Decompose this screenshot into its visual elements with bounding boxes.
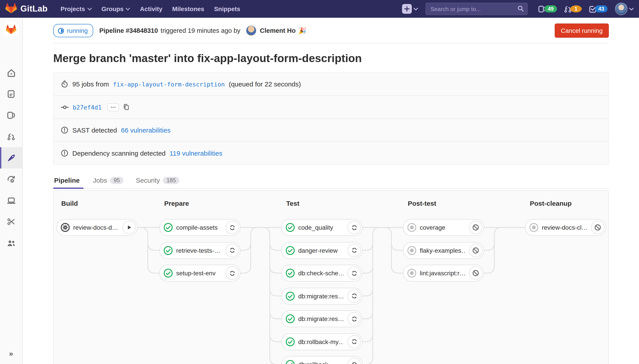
tanuki-logo-icon: [5, 2, 17, 15]
retry-job-button[interactable]: [348, 289, 361, 302]
nav-item-groups[interactable]: Groups: [97, 0, 135, 18]
main-menu: ProjectsGroupsActivityMilestonesSnippets: [56, 0, 245, 18]
sidebar-item-issues[interactable]: [0, 105, 22, 126]
tab-security[interactable]: Security185: [130, 172, 185, 188]
copy-commit-button[interactable]: [123, 104, 130, 110]
retry-job-button[interactable]: [225, 221, 239, 234]
retry-job-button[interactable]: [348, 266, 361, 280]
job-pill[interactable]: db:rollback…: [281, 356, 363, 364]
retry-job-button[interactable]: [348, 312, 361, 326]
expand-commit-button[interactable]: [107, 103, 119, 111]
tab-label: Jobs: [93, 176, 107, 184]
file-icon: [7, 90, 16, 98]
job-pill[interactable]: danger-review: [281, 242, 363, 259]
job-pill[interactable]: db:migrate:res…: [281, 288, 363, 304]
cancel-running-button[interactable]: Cancel running: [555, 24, 609, 38]
job-pill[interactable]: db:rollback-my…: [281, 333, 363, 350]
pipeline-id: Pipeline #34848310: [99, 27, 158, 34]
sast-vulnerabilities-link[interactable]: 66 vulnerabilities: [121, 126, 170, 134]
sidebar-item-members[interactable]: [0, 232, 22, 254]
dependency-vulnerabilities-link[interactable]: 119 vulnerabilities: [170, 150, 222, 157]
tab-label: Pipeline: [54, 176, 80, 184]
search-input[interactable]: [426, 6, 527, 12]
tab-label: Security: [136, 176, 160, 184]
nav-item-projects[interactable]: Projects: [56, 0, 97, 18]
play-job-button[interactable]: [123, 221, 136, 234]
commit-sha-link[interactable]: b27ef4d1: [73, 104, 102, 110]
job-pill[interactable]: coverage: [403, 219, 484, 236]
cancel-job-button[interactable]: [469, 221, 482, 234]
retry-job-button[interactable]: [225, 266, 239, 280]
queued-text: (queued for 22 seconds): [229, 80, 301, 88]
user-avatar: [615, 3, 627, 15]
new-menu-button[interactable]: [402, 4, 418, 14]
user-menu[interactable]: [615, 3, 634, 15]
alert-circle-icon: [61, 126, 68, 134]
gitlab-home-link[interactable]: GitLab: [5, 2, 48, 15]
status-success-icon: [285, 337, 295, 346]
status-created-icon: [529, 222, 539, 232]
commit-icon: [61, 103, 69, 111]
retry-job-button[interactable]: [225, 244, 239, 257]
page-title: Merge branch 'master' into fix-app-layou…: [53, 52, 609, 65]
sidebar-collapse-button[interactable]: »: [0, 347, 22, 360]
sast-info-row: SAST detected 66 vulnerabilities: [54, 118, 608, 142]
tab-jobs[interactable]: Jobs95: [87, 172, 130, 188]
todos-counter[interactable]: 43: [588, 5, 607, 13]
search-box: [426, 3, 528, 15]
chevron-down-icon: [87, 7, 92, 10]
cancel-job-button[interactable]: [469, 244, 482, 257]
users-icon: [7, 238, 16, 248]
merge-requests-counter[interactable]: 1: [563, 5, 582, 13]
dependency-text: Dependency scanning detected: [72, 150, 166, 157]
author-name[interactable]: Clement Ho: [260, 27, 295, 34]
job-pill[interactable]: code_quality: [281, 219, 363, 236]
project-avatar[interactable]: [3, 21, 19, 37]
retry-job-button[interactable]: [348, 358, 361, 364]
status-success-icon: [285, 246, 295, 255]
sidebar-item-monitoring[interactable]: [0, 190, 22, 211]
tab-count-badge: 185: [163, 177, 179, 184]
pipeline-graph: Buildreview-docs-d…Preparecompile-assets…: [53, 190, 609, 364]
job-label: db:check-sche…: [298, 270, 344, 277]
pipeline-status-badge[interactable]: running: [53, 24, 93, 37]
job-pill[interactable]: lint:javascript:r…: [403, 265, 484, 282]
status-success-icon: [285, 268, 295, 278]
job-pill[interactable]: setup-test-env: [159, 265, 240, 282]
branch-link[interactable]: fix-app-layout-form-description: [113, 80, 225, 88]
sidebar-item-snippets[interactable]: [0, 211, 22, 232]
job-pill[interactable]: db:check-sche…: [281, 265, 363, 282]
retry-icon: [351, 338, 358, 345]
retry-job-button[interactable]: [348, 221, 361, 234]
tab-pipeline[interactable]: Pipeline: [53, 172, 87, 188]
nav-item-activity[interactable]: Activity: [135, 0, 167, 18]
job-pill[interactable]: review-docs-cl…: [525, 219, 606, 236]
sidebar-item-repository[interactable]: [0, 83, 22, 105]
status-success-icon: [163, 246, 173, 255]
cancel-job-button[interactable]: [469, 266, 482, 280]
job-pill[interactable]: retrieve-tests-…: [159, 242, 240, 259]
merge-request-icon: [7, 132, 16, 141]
retry-job-button[interactable]: [348, 335, 361, 348]
issues-counter[interactable]: 49: [538, 5, 557, 13]
party-popper-emoji: 🎉: [298, 27, 306, 34]
sidebar-item-ci-cd[interactable]: [0, 147, 22, 168]
job-label: compile-assets: [176, 224, 218, 231]
cancel-job-button[interactable]: [591, 221, 604, 234]
gear-arrows-icon: [7, 174, 16, 184]
nav-item-milestones[interactable]: Milestones: [167, 0, 209, 18]
job-pill[interactable]: flaky-examples…: [403, 242, 484, 259]
author-avatar[interactable]: [246, 25, 256, 36]
job-pill[interactable]: compile-assets: [159, 219, 240, 236]
job-pill[interactable]: review-docs-d…: [56, 219, 138, 236]
sidebar-item-overview[interactable]: [0, 62, 22, 83]
pipeline-info-box: 95 jobs from fix-app-layout-form-descrip…: [53, 72, 609, 165]
scissors-icon: [7, 217, 16, 226]
sast-text: SAST detected: [72, 126, 117, 134]
retry-job-button[interactable]: [348, 244, 361, 257]
sidebar-item-operations[interactable]: [0, 168, 22, 190]
issues-icon: [7, 111, 16, 120]
nav-item-snippets[interactable]: Snippets: [209, 0, 245, 18]
sidebar-item-merge-requests[interactable]: [0, 126, 22, 147]
job-pill[interactable]: db:migrate:res…: [281, 310, 363, 327]
